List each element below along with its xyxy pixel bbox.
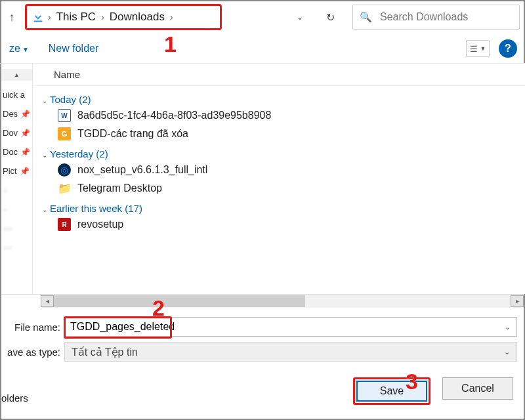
word-icon: W [58, 109, 71, 122]
toolbar: ze▼ New folder ☰ ▼ ? [0, 34, 525, 64]
scroll-left-button[interactable]: ◂ [41, 295, 54, 307]
filename-field-wrap: ⌄ [64, 317, 517, 337]
filename-row: File name: ⌄ [0, 313, 525, 338]
sidebar-item-desktop[interactable]: Des📌 [1, 109, 30, 119]
chevron-right-icon: › [170, 12, 173, 22]
scroll-thumb[interactable] [54, 295, 305, 307]
main-area: ▴ uick a Des📌 Dov📌 Doc📌 Pict📌 ·· ·· ····… [0, 64, 525, 295]
sidebar-item-downloads[interactable]: Dov📌 [1, 128, 30, 138]
group-today[interactable]: ⌄Today (2) [42, 94, 525, 105]
address-row: ↑ › This PC › Downloads › ⌄ ↻ 🔍 [0, 0, 525, 34]
list-item[interactable]: GTGDD-các trang đã xóa [38, 125, 525, 143]
column-header-name[interactable]: Name [33, 64, 525, 86]
list-item[interactable]: 📁Telegram Desktop [38, 179, 525, 198]
list-item[interactable]: Rrevosetup [38, 215, 525, 234]
file-list: ⌄Today (2) W8a6d5d5c-1fc4-4b6a-8f03-ad39… [33, 86, 525, 294]
browse-folders-toggle[interactable]: olders [1, 392, 28, 404]
dialog-bottom: olders Save Cancel [0, 363, 525, 410]
nav-up-button[interactable]: ↑ [3, 8, 21, 26]
app-icon: ◎ [58, 163, 71, 177]
pin-icon: 📌 [20, 110, 30, 119]
sidebar-item-blurred[interactable]: ···· [1, 242, 12, 252]
svg-rect-0 [34, 21, 43, 22]
cancel-button[interactable]: Cancel [442, 377, 513, 400]
downloads-icon [31, 10, 45, 24]
view-options-button[interactable]: ☰ ▼ [466, 40, 490, 57]
refresh-button[interactable]: ↻ [317, 11, 343, 24]
list-item[interactable]: W8a6d5d5c-1fc4-4b6a-8f03-ad39e95b8908 [38, 106, 525, 125]
sidebar-item-quick-access[interactable]: uick a [1, 90, 25, 100]
sidebar-item-blurred[interactable]: ·· [1, 185, 7, 195]
horizontal-scrollbar[interactable]: ◂ ▸ [41, 295, 524, 308]
scroll-right-button[interactable]: ▸ [511, 295, 524, 307]
chevron-down-icon: ⌄ [42, 97, 47, 104]
sidebar-item-blurred[interactable]: ·· [1, 204, 7, 214]
file-pane: Name ⌄Today (2) W8a6d5d5c-1fc4-4b6a-8f03… [33, 64, 525, 294]
saveas-row: ave as type: Tất cả Tệp tin⌄ [0, 338, 525, 363]
pin-icon: 📌 [20, 148, 30, 157]
group-earlier-week[interactable]: ⌄Earlier this week (17) [42, 203, 525, 214]
pdf-icon: G [58, 127, 71, 140]
filename-input[interactable] [65, 318, 498, 336]
address-dropdown[interactable]: ⌄ [287, 12, 313, 22]
search-icon: 🔍 [360, 11, 372, 23]
folder-icon: 📁 [58, 182, 71, 195]
crumb-this-pc[interactable]: This PC [56, 10, 96, 24]
search-input[interactable] [379, 10, 513, 24]
group-yesterday[interactable]: ⌄Yesterday (2) [42, 148, 525, 159]
sidebar-item-documents[interactable]: Doc📌 [1, 147, 30, 157]
filename-dropdown[interactable]: ⌄ [498, 323, 516, 331]
saveas-type-select[interactable]: Tất cả Tệp tin⌄ [64, 342, 517, 362]
save-button[interactable]: Save [356, 381, 427, 402]
new-folder-button[interactable]: New folder [49, 43, 98, 54]
chevron-down-icon: ⌄ [42, 206, 47, 213]
saveas-label: ave as type: [0, 346, 64, 358]
installer-icon: R [58, 218, 71, 231]
chevron-down-icon: ⌄ [42, 152, 47, 159]
sidebar-item-pictures[interactable]: Pict📌 [1, 166, 30, 176]
quick-access-sidebar: ▴ uick a Des📌 Dov📌 Doc📌 Pict📌 ·· ·· ····… [0, 64, 33, 294]
pin-icon: 📌 [20, 167, 30, 176]
help-button[interactable]: ? [499, 39, 517, 58]
search-box[interactable]: 🔍 [352, 5, 520, 30]
chevron-right-icon: › [48, 12, 51, 22]
chevron-right-icon: › [101, 12, 104, 22]
crumb-downloads[interactable]: Downloads [110, 10, 165, 24]
pin-icon: 📌 [20, 129, 30, 138]
filename-label: File name: [0, 322, 64, 333]
annotation-box-3: Save [353, 377, 430, 405]
sidebar-scroll-up[interactable]: ▴ [1, 69, 32, 81]
chevron-down-icon: ⌄ [504, 348, 510, 356]
organize-menu[interactable]: ze▼ [9, 43, 29, 54]
breadcrumb[interactable]: › This PC › Downloads › [25, 4, 222, 30]
sidebar-item-blurred[interactable]: ···· [1, 223, 12, 233]
list-item[interactable]: ◎nox_setup_v6.6.1.3_full_intl [38, 161, 525, 179]
